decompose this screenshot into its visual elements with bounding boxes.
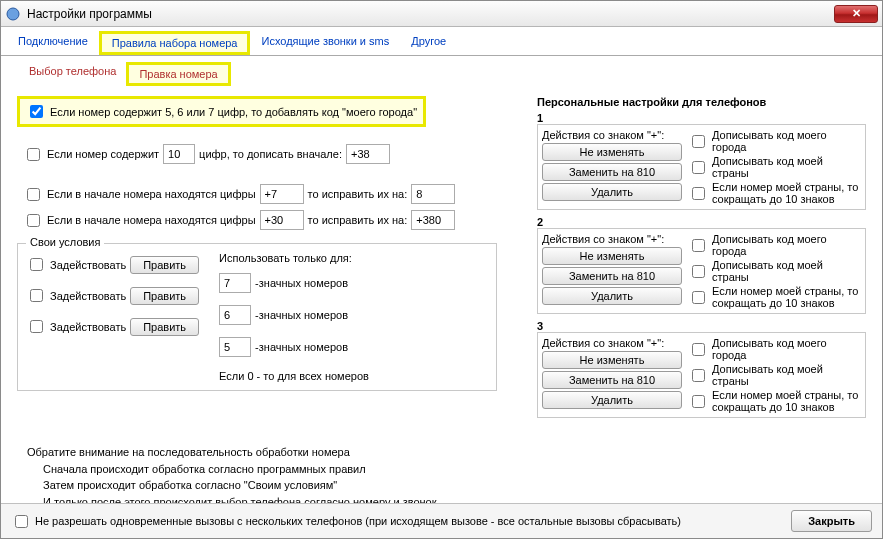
app-icon bbox=[5, 6, 21, 22]
chk-country-2[interactable] bbox=[692, 265, 705, 278]
subtab-number-edit[interactable]: Правка номера bbox=[126, 62, 230, 86]
chk-own-3[interactable] bbox=[30, 320, 43, 333]
chk-digits-rule[interactable] bbox=[27, 148, 40, 161]
footer-disallow-row: Не разрешать одновременные вызовы с неск… bbox=[11, 512, 681, 531]
chk-city-1[interactable] bbox=[692, 135, 705, 148]
chk-start2[interactable] bbox=[27, 214, 40, 227]
btn-delete-1[interactable]: Удалить bbox=[542, 183, 682, 201]
chk-trim-2[interactable] bbox=[692, 291, 705, 304]
titlebar: Настройки программы ✕ bbox=[1, 1, 882, 27]
btn-edit-1[interactable]: Править bbox=[130, 256, 199, 274]
own-rules-legend: Свои условия bbox=[26, 236, 104, 248]
notes: Обратите внимание на последовательность … bbox=[17, 444, 866, 503]
content-area: Если номер содержит 5, 6 или 7 цифр, то … bbox=[1, 86, 882, 503]
own-rule-1: Задействовать bbox=[26, 255, 126, 274]
btn-keep-3[interactable]: Не изменять bbox=[542, 351, 682, 369]
close-button[interactable]: Закрыть bbox=[791, 510, 872, 532]
subtab-phone-select[interactable]: Выбор телефона bbox=[19, 62, 126, 86]
close-icon[interactable]: ✕ bbox=[834, 5, 878, 23]
chk-country-1[interactable] bbox=[692, 161, 705, 174]
chk-city-2[interactable] bbox=[692, 239, 705, 252]
inp-start2-new[interactable] bbox=[411, 210, 455, 230]
zero-note: Если 0 - то для всех номеров bbox=[219, 370, 369, 382]
btn-replace-3[interactable]: Заменить на 810 bbox=[542, 371, 682, 389]
chk-trim-1[interactable] bbox=[692, 187, 705, 200]
main-city-code-rule: Если номер содержит 5, 6 или 7 цифр, то … bbox=[17, 96, 426, 127]
inp-own-1-digits[interactable] bbox=[219, 273, 251, 293]
svg-point-0 bbox=[7, 8, 19, 20]
tab-connection[interactable]: Подключение bbox=[7, 31, 99, 55]
inp-start1-old[interactable] bbox=[260, 184, 304, 204]
chk-disallow-multi[interactable] bbox=[15, 515, 28, 528]
tabs-main: Подключение Правила набора номера Исходя… bbox=[1, 27, 882, 56]
own-rule-2: Задействовать bbox=[26, 286, 126, 305]
chk-trim-3[interactable] bbox=[692, 395, 705, 408]
chk-start1[interactable] bbox=[27, 188, 40, 201]
btn-replace-1[interactable]: Заменить на 810 bbox=[542, 163, 682, 181]
settings-window: Настройки программы ✕ Подключение Правил… bbox=[0, 0, 883, 539]
btn-delete-2[interactable]: Удалить bbox=[542, 287, 682, 305]
btn-keep-2[interactable]: Не изменять bbox=[542, 247, 682, 265]
lbl-start1-pre: Если в начале номера находятся цифры bbox=[47, 188, 256, 200]
btn-delete-3[interactable]: Удалить bbox=[542, 391, 682, 409]
personal-block-1: 1 Действия со знаком "+": Не изменять За… bbox=[537, 112, 866, 210]
lbl-start2-mid: то исправить их на: bbox=[308, 214, 408, 226]
personal-title: Персональные настройки для телефонов bbox=[537, 96, 866, 108]
chk-city-3[interactable] bbox=[692, 343, 705, 356]
inp-own-2-digits[interactable] bbox=[219, 305, 251, 325]
personal-block-3: 3 Действия со знаком "+": Не изменять За… bbox=[537, 320, 866, 418]
window-title: Настройки программы bbox=[27, 7, 834, 21]
btn-keep-1[interactable]: Не изменять bbox=[542, 143, 682, 161]
own-rule-3: Задействовать bbox=[26, 317, 126, 336]
lbl-start1-mid: то исправить их на: bbox=[308, 188, 408, 200]
btn-replace-2[interactable]: Заменить на 810 bbox=[542, 267, 682, 285]
only-for-label: Использовать только для: bbox=[219, 252, 369, 264]
tab-dial-rules[interactable]: Правила набора номера bbox=[99, 31, 251, 55]
chk-country-3[interactable] bbox=[692, 369, 705, 382]
chk-own-2[interactable] bbox=[30, 289, 43, 302]
subtabs: Выбор телефона Правка номера bbox=[1, 56, 882, 86]
btn-edit-2[interactable]: Править bbox=[130, 287, 199, 305]
tab-outgoing[interactable]: Исходящие звонки и sms bbox=[250, 31, 400, 55]
personal-block-2: 2 Действия со знаком "+": Не изменять За… bbox=[537, 216, 866, 314]
chk-city-code[interactable] bbox=[30, 105, 43, 118]
inp-digits-count[interactable] bbox=[163, 144, 195, 164]
inp-start2-old[interactable] bbox=[260, 210, 304, 230]
inp-own-3-digits[interactable] bbox=[219, 337, 251, 357]
lbl-digits-mid: цифр, то дописать вначале: bbox=[199, 148, 342, 160]
inp-digits-prefix[interactable] bbox=[346, 144, 390, 164]
chk-own-1[interactable] bbox=[30, 258, 43, 271]
lbl-digits-pre: Если номер содержит bbox=[47, 148, 159, 160]
lbl-start2-pre: Если в начале номера находятся цифры bbox=[47, 214, 256, 226]
chk-city-code-label: Если номер содержит 5, 6 или 7 цифр, то … bbox=[50, 106, 417, 118]
footer: Не разрешать одновременные вызовы с неск… bbox=[1, 503, 882, 538]
btn-edit-3[interactable]: Править bbox=[130, 318, 199, 336]
inp-start1-new[interactable] bbox=[411, 184, 455, 204]
tab-other[interactable]: Другое bbox=[400, 31, 457, 55]
